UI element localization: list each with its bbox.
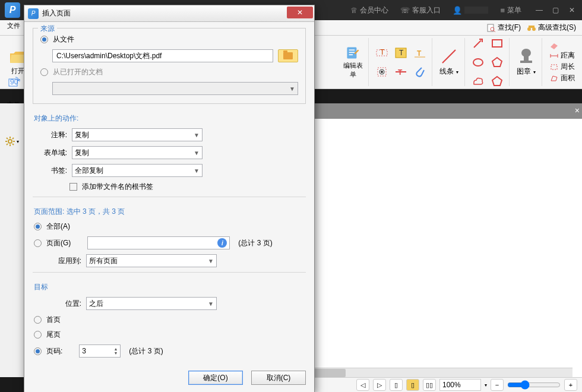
ellipse-icon xyxy=(472,56,484,68)
chevron-down-icon: ▼ xyxy=(194,167,200,174)
support-label: 客服入口 xyxy=(412,5,441,15)
browse-button[interactable] xyxy=(278,49,298,62)
from-file-label: 从文件 xyxy=(53,34,74,45)
eraser-tool[interactable] xyxy=(549,41,575,49)
total-pages-note: (总计 3 页) xyxy=(238,238,272,248)
area-label: 面积 xyxy=(561,73,575,83)
chevron-down-icon[interactable]: ▾ xyxy=(485,382,487,388)
rect-tool[interactable] xyxy=(489,35,505,52)
distance-tool[interactable]: 距离 xyxy=(549,50,575,61)
zoom-input[interactable] xyxy=(439,379,481,391)
source-section-title: 来源 xyxy=(38,24,57,34)
edit-form-button[interactable]: 编辑表单 xyxy=(341,46,365,79)
bookmark-action-value: 全部复制 xyxy=(75,166,103,176)
prev-page-button[interactable]: ◁ xyxy=(356,379,369,391)
dialog-title-bar[interactable]: P 插入页面 ✕ xyxy=(24,5,314,22)
strikeout-tool[interactable]: T xyxy=(393,64,409,80)
dialog-close-button[interactable]: ✕ xyxy=(287,7,313,18)
all-pages-radio[interactable] xyxy=(34,223,42,230)
edit-form-label: 编辑表单 xyxy=(341,61,365,79)
polygon-tool[interactable] xyxy=(489,54,505,71)
panel-close-button[interactable]: × xyxy=(575,106,580,115)
form-label: 表单域: xyxy=(34,148,67,158)
cancel-button[interactable]: 取消(C) xyxy=(251,371,306,385)
gear-icon xyxy=(5,136,15,147)
stamp-tool[interactable]: 图章 ▾ xyxy=(514,46,538,79)
bookmark-action-select[interactable]: 全部复制▼ xyxy=(72,164,203,177)
position-value: 之后 xyxy=(89,299,103,309)
page-number-spinner[interactable]: 3 ▲▼ xyxy=(79,344,121,358)
paperclip-icon xyxy=(413,65,426,78)
cloud-tool[interactable] xyxy=(470,73,486,90)
from-file-radio[interactable] xyxy=(40,36,48,43)
pentagon-tool[interactable] xyxy=(489,73,505,90)
range-section-title: 页面范围: 选中 3 页，共 3 页 xyxy=(34,207,305,217)
dialog-footer: 确定(O) 取消(C) xyxy=(24,367,314,392)
page-layout-continuous[interactable]: ▯ xyxy=(406,379,419,391)
svg-rect-23 xyxy=(492,40,502,47)
lines-tool[interactable]: 线条 ▾ xyxy=(437,46,461,79)
radio-tool[interactable] xyxy=(374,64,390,80)
first-page-radio[interactable] xyxy=(34,316,42,324)
find-button[interactable]: 查找(F) xyxy=(486,23,521,33)
settings-gear[interactable]: ▾ xyxy=(0,133,24,150)
text-select-tool[interactable]: T xyxy=(412,45,428,61)
dialog-title: 插入页面 xyxy=(42,8,71,18)
attachment-tool[interactable] xyxy=(412,64,428,80)
last-page-radio[interactable] xyxy=(34,331,42,339)
file-path-input[interactable] xyxy=(52,49,273,62)
ellipse-tool[interactable] xyxy=(470,54,486,71)
page-number-radio[interactable] xyxy=(34,347,42,355)
text-box-tool[interactable]: T xyxy=(393,45,409,61)
add-root-bookmark-label: 添加带文件名的根书签 xyxy=(82,182,153,192)
info-icon[interactable]: i xyxy=(217,238,227,248)
spinner-down-icon[interactable]: ▼ xyxy=(113,351,118,355)
spinner-up-icon[interactable]: ▲ xyxy=(113,347,118,351)
area-tool[interactable]: 面积 xyxy=(549,73,575,83)
perimeter-label: 周长 xyxy=(561,62,575,72)
maximize-button[interactable]: ▢ xyxy=(552,6,561,14)
chevron-down-icon: ▾ xyxy=(533,69,536,75)
radio-icon xyxy=(375,65,388,78)
form-action-select[interactable]: 复制▼ xyxy=(72,146,203,159)
position-select[interactable]: 之后▼ xyxy=(86,297,217,310)
folder-icon xyxy=(283,52,293,59)
ok-button[interactable]: 确定(O) xyxy=(188,371,243,385)
first-page-label: 首页 xyxy=(46,315,61,325)
total-pages-note-2: (总计 3 页) xyxy=(129,346,163,356)
stamp-label: 图章 xyxy=(517,67,531,75)
advanced-find-button[interactable]: 高级查找(S) xyxy=(527,23,576,33)
perimeter-tool[interactable]: 周长 xyxy=(549,62,575,72)
zoom-in-button[interactable]: + xyxy=(564,379,577,391)
svg-marker-25 xyxy=(492,58,502,67)
next-page-button[interactable]: ▷ xyxy=(373,379,386,391)
add-root-bookmark-checkbox[interactable] xyxy=(69,183,77,191)
close-button[interactable]: ✕ xyxy=(569,6,577,14)
zoom-slider[interactable] xyxy=(507,380,561,390)
page-layout-facing[interactable]: ▯▯ xyxy=(423,379,436,391)
specific-pages-radio[interactable] xyxy=(34,239,42,247)
from-open-radio[interactable] xyxy=(40,68,48,76)
annotation-action-select[interactable]: 复制▼ xyxy=(72,128,203,141)
svg-rect-28 xyxy=(524,56,529,61)
chevron-down-icon: ▼ xyxy=(208,258,214,264)
page-layout-single[interactable]: ▯ xyxy=(390,379,403,391)
app-logo-icon: P xyxy=(5,2,20,18)
text-field-tool[interactable]: T xyxy=(374,45,390,61)
member-center-link[interactable]: ♕会员中心 xyxy=(344,5,394,15)
minimize-button[interactable]: — xyxy=(536,6,544,14)
binoculars-icon xyxy=(527,23,536,33)
user-link[interactable]: 👤 xyxy=(447,6,494,15)
target-section: 目标 位置:之后▼ 首页 尾页 页码: 3 ▲▼ (总计 3 页) xyxy=(33,279,306,361)
zoom-out-button[interactable]: − xyxy=(491,379,504,391)
arrow-tool[interactable] xyxy=(470,35,486,52)
file-menu-label[interactable]: 文件 xyxy=(7,21,20,30)
hamburger-menu[interactable]: ≡菜单 xyxy=(494,5,527,15)
username-placeholder xyxy=(464,7,488,14)
eraser-icon xyxy=(549,41,559,49)
svg-text:T: T xyxy=(380,48,385,56)
apply-to-select[interactable]: 所有页面▼ xyxy=(86,254,217,267)
rotate-icon[interactable]: 90° xyxy=(7,75,20,88)
support-link[interactable]: ☏客服入口 xyxy=(394,5,447,15)
menu-icon: ≡ xyxy=(500,6,505,15)
